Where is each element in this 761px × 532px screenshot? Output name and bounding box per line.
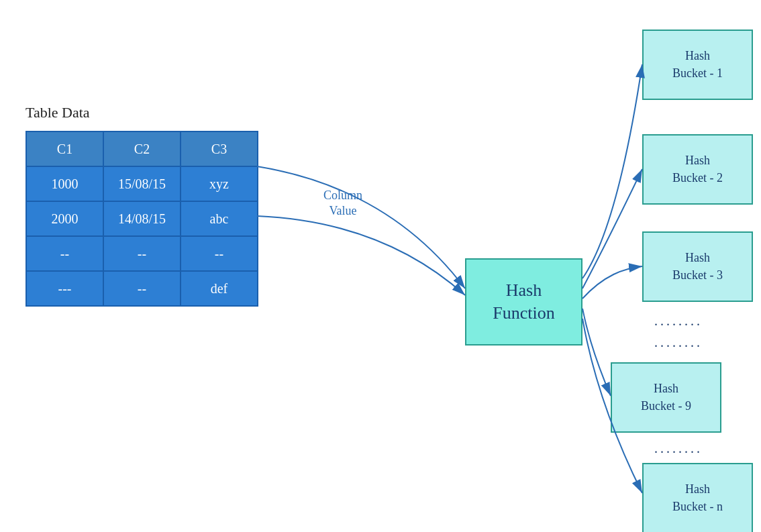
- cell: def: [181, 271, 258, 306]
- cell: 1000: [26, 166, 103, 201]
- dots-lower: ........: [654, 441, 703, 456]
- hash-bucket-3: HashBucket - 3: [642, 231, 753, 302]
- table-row: 1000 15/08/15 xyz: [26, 166, 258, 201]
- data-table: C1 C2 C3 1000 15/08/15 xyz 2000 14/08/15…: [26, 131, 258, 307]
- table-row: 2000 14/08/15 abc: [26, 201, 258, 236]
- dots-middle: ................: [654, 310, 703, 353]
- cell: --: [26, 236, 103, 271]
- table-row: -- -- --: [26, 236, 258, 271]
- cell: --: [181, 236, 258, 271]
- cell: --: [103, 236, 181, 271]
- cell: xyz: [181, 166, 258, 201]
- column-value-label: ColumnValue: [323, 188, 362, 219]
- cell: 14/08/15: [103, 201, 181, 236]
- cell: 2000: [26, 201, 103, 236]
- hash-function-box: HashFunction: [465, 258, 582, 345]
- hash-bucket-9: HashBucket - 9: [611, 362, 721, 433]
- col-header-c1: C1: [26, 131, 103, 166]
- cell: ---: [26, 271, 103, 306]
- cell: --: [103, 271, 181, 306]
- hash-bucket-2: HashBucket - 2: [642, 134, 753, 205]
- cell: abc: [181, 201, 258, 236]
- hash-bucket-1: HashBucket - 1: [642, 30, 753, 100]
- table-label: Table Data: [26, 104, 90, 121]
- table-row: --- -- def: [26, 271, 258, 306]
- cell: 15/08/15: [103, 166, 181, 201]
- diagram-container: Table Data C1 C2 C3 1000 15/08/15 xyz 20…: [0, 0, 761, 532]
- hash-bucket-n: HashBucket - n: [642, 463, 753, 532]
- col-header-c3: C3: [181, 131, 258, 166]
- col-header-c2: C2: [103, 131, 181, 166]
